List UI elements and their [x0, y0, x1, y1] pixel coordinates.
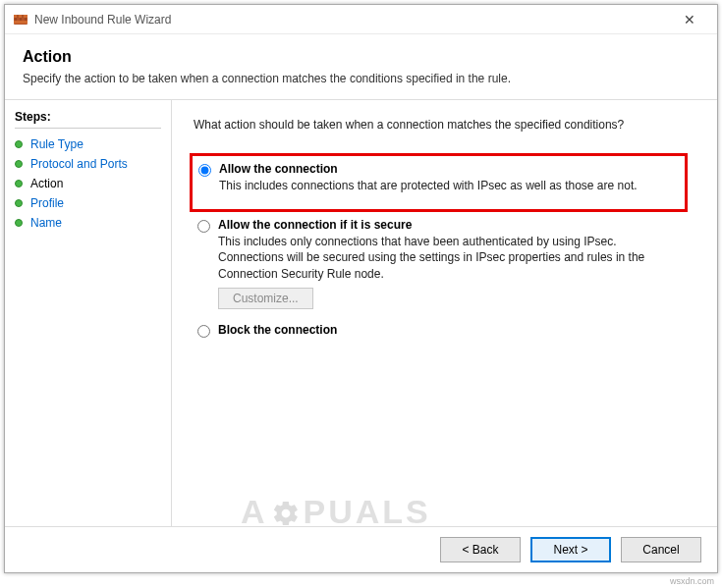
cancel-button[interactable]: Cancel — [621, 537, 701, 562]
option-allow-secure[interactable]: Allow the connection if it is secure Thi… — [194, 218, 695, 309]
option-allow-secure-label: Allow the connection if it is secure — [218, 218, 684, 232]
step-profile[interactable]: Profile — [15, 193, 161, 213]
next-button[interactable]: Next > — [530, 537, 611, 562]
radio-block[interactable] — [197, 325, 210, 338]
steps-header: Steps: — [15, 110, 161, 124]
option-allow-body: Allow the connection This includes conne… — [219, 162, 681, 193]
option-allow-secure-desc: This includes only connections that have… — [218, 234, 684, 282]
credit-text: wsxdn.com — [670, 576, 714, 586]
customize-button: Customize... — [218, 288, 313, 309]
step-bullet-icon — [15, 160, 23, 168]
step-bullet-icon — [15, 199, 23, 207]
svg-rect-1 — [14, 15, 28, 18]
page-title: Action — [23, 48, 699, 66]
titlebar: New Inbound Rule Wizard ✕ — [5, 5, 717, 34]
step-label: Profile — [30, 196, 64, 210]
svg-rect-2 — [14, 21, 28, 24]
step-rule-type[interactable]: Rule Type — [15, 134, 161, 154]
header: Action Specify the action to be taken wh… — [5, 34, 717, 93]
page-description: Specify the action to be taken when a co… — [23, 72, 699, 85]
step-action[interactable]: Action — [15, 174, 161, 193]
radio-allow[interactable] — [198, 164, 211, 177]
wizard-window: New Inbound Rule Wizard ✕ Action Specify… — [4, 4, 718, 573]
step-label: Name — [30, 216, 62, 230]
option-allow-secure-body: Allow the connection if it is secure Thi… — [218, 218, 695, 309]
footer: < Back Next > Cancel — [5, 526, 717, 572]
radio-allow-secure[interactable] — [197, 220, 210, 233]
action-prompt: What action should be taken when a conne… — [194, 118, 695, 132]
step-label: Protocol and Ports — [30, 157, 128, 171]
step-bullet-icon — [15, 140, 23, 148]
option-allow[interactable]: Allow the connection This includes conne… — [194, 162, 681, 193]
action-options: Allow the connection This includes conne… — [194, 153, 695, 338]
step-protocol-ports[interactable]: Protocol and Ports — [15, 154, 161, 174]
firewall-icon — [13, 12, 28, 27]
steps-divider — [15, 128, 161, 129]
window-title: New Inbound Rule Wizard — [34, 13, 670, 27]
steps-sidebar: Steps: Rule Type Protocol and Ports Acti… — [5, 100, 172, 526]
step-bullet-icon — [15, 219, 23, 227]
option-block-label: Block the connection — [218, 323, 684, 337]
option-allow-label: Allow the connection — [219, 162, 669, 176]
body: Steps: Rule Type Protocol and Ports Acti… — [5, 100, 717, 526]
step-name[interactable]: Name — [15, 213, 161, 233]
step-label: Action — [30, 177, 63, 190]
highlight-box: Allow the connection This includes conne… — [190, 153, 688, 212]
option-block[interactable]: Block the connection — [194, 323, 695, 338]
close-icon[interactable]: ✕ — [670, 12, 709, 27]
step-label: Rule Type — [30, 137, 83, 151]
option-allow-desc: This includes connections that are prote… — [219, 178, 669, 193]
back-button[interactable]: < Back — [440, 537, 521, 562]
main-panel: What action should be taken when a conne… — [172, 100, 717, 526]
option-block-body: Block the connection — [218, 323, 695, 337]
step-bullet-icon — [15, 180, 23, 187]
